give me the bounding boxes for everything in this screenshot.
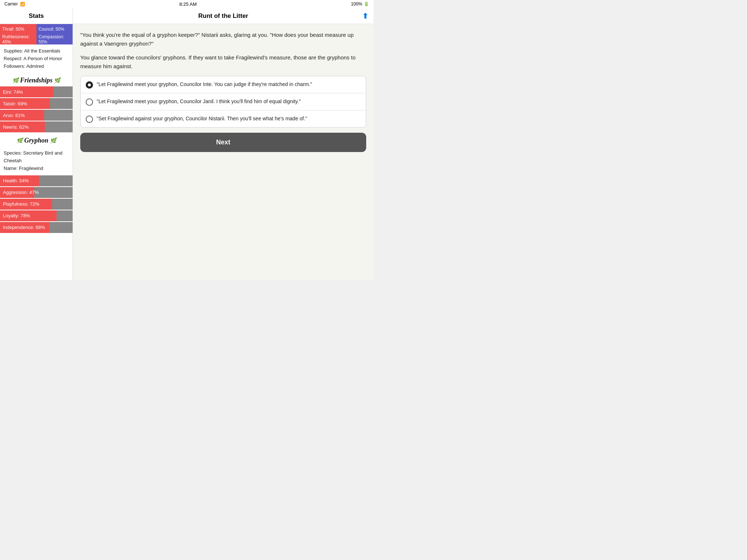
playfulness-fill: Playfulness: 72% bbox=[0, 199, 52, 210]
wifi-icon: 📶 bbox=[20, 2, 25, 7]
compassion-label: Compassion: 55% bbox=[39, 34, 71, 44]
arvo-bar: Arvo: 61% bbox=[0, 110, 73, 121]
status-bar-time: 8:25 AM bbox=[179, 1, 197, 7]
main-layout: Thrall: 50% Council: 50% Ruthlessness: 4… bbox=[0, 24, 374, 280]
ruthlessness-bar: Ruthlessness: 45% bbox=[0, 34, 36, 44]
council-label: Council: 50% bbox=[39, 27, 65, 32]
choices-container: "Let Fragilewind meet your gryphon, Coun… bbox=[80, 76, 366, 128]
choice-item-2[interactable]: "Let Fragilewind meet your gryphon, Coun… bbox=[81, 93, 366, 110]
choice-text-2: "Let Fragilewind meet your gryphon, Coun… bbox=[97, 98, 301, 105]
story-paragraph-1: "You think you're the equal of a gryphon… bbox=[80, 31, 366, 48]
neeris-fill: Neeris: 62% bbox=[0, 121, 45, 132]
status-bar-left: Carrier 📶 bbox=[4, 1, 25, 7]
battery-icon: 🔋 bbox=[364, 1, 369, 7]
aggression-label: Aggression: 47% bbox=[3, 190, 39, 195]
radio-choice-3[interactable] bbox=[86, 116, 93, 123]
header-bar: Stats Runt of the Litter ⬆ bbox=[0, 8, 374, 24]
friendships-label: Friendships bbox=[20, 77, 53, 84]
leaf-left-icon: 🌿 bbox=[12, 77, 19, 83]
health-label: Health: 54% bbox=[3, 178, 29, 183]
playfulness-label: Playfulness: 72% bbox=[3, 201, 39, 207]
radio-choice-2[interactable] bbox=[86, 98, 93, 106]
aggression-fill: Aggression: 47% bbox=[0, 187, 34, 198]
stats-panel-header: Stats bbox=[0, 8, 73, 24]
choice-item-3[interactable]: "Set Fragilewind against your gryphon, C… bbox=[81, 110, 366, 127]
loyalty-bar: Loyalty: 78% bbox=[0, 210, 73, 221]
thrall-label: Thrall: 50% bbox=[2, 27, 24, 32]
gryphon-leaf-left-icon: 🌿 bbox=[16, 137, 23, 144]
stats-header-label: Stats bbox=[29, 12, 44, 20]
council-bar: Council: 50% bbox=[36, 24, 73, 34]
page-title: Runt of the Litter ⬆ bbox=[73, 8, 374, 24]
loyalty-label: Loyalty: 78% bbox=[3, 213, 30, 218]
taisiir-bar: Taisiir: 69% bbox=[0, 98, 73, 109]
gryphon-leaf-right-icon: 🌿 bbox=[50, 137, 56, 144]
choice-item-1[interactable]: "Let Fragilewind meet your gryphon, Coun… bbox=[81, 76, 366, 93]
gryphon-heading: 🌿 Gryphon 🌿 bbox=[0, 133, 73, 147]
gryphon-bars: Health: 54% Aggression: 47% Playfulness:… bbox=[0, 175, 73, 233]
stats-panel: Thrall: 50% Council: 50% Ruthlessness: 4… bbox=[0, 24, 73, 280]
compassion-bar: Compassion: 55% bbox=[36, 34, 73, 44]
friendships-heading: 🌿 Friendships 🌿 bbox=[0, 73, 73, 86]
loyalty-fill: Loyalty: 78% bbox=[0, 210, 57, 221]
ruthlessness-label: Ruthlessness: 45% bbox=[2, 34, 34, 44]
independence-label: Independence: 68% bbox=[3, 225, 45, 230]
text-stats: Supplies: All the Essentials Respect: A … bbox=[0, 44, 73, 73]
neeris-bar: Neeris: 62% bbox=[0, 121, 73, 132]
title-label: Runt of the Litter bbox=[198, 12, 248, 20]
carrier-label: Carrier bbox=[4, 1, 18, 7]
playfulness-bar: Playfulness: 72% bbox=[0, 199, 73, 210]
status-bar: Carrier 📶 8:25 AM 100% 🔋 bbox=[0, 0, 374, 8]
battery-label: 100% bbox=[351, 1, 362, 7]
gryphon-label: Gryphon bbox=[24, 137, 48, 144]
gryphon-text-stats: Species: Secretary Bird and Cheetah Name… bbox=[0, 147, 73, 175]
followers-stat: Followers: Admired bbox=[4, 63, 69, 70]
health-fill: Health: 54% bbox=[0, 175, 39, 186]
status-bar-right: 100% 🔋 bbox=[351, 1, 369, 7]
aggression-bar: Aggression: 47% bbox=[0, 187, 73, 198]
next-button[interactable]: Next bbox=[80, 133, 366, 152]
eini-bar: Eini: 74% bbox=[0, 86, 73, 97]
leaf-right-icon: 🌿 bbox=[54, 77, 60, 83]
arvo-label: Arvo: 61% bbox=[3, 113, 25, 118]
taisiir-fill: Taisiir: 69% bbox=[0, 98, 50, 109]
independence-fill: Independence: 68% bbox=[0, 222, 49, 233]
health-bar: Health: 54% bbox=[0, 175, 73, 186]
respect-stat: Respect: A Person of Honor bbox=[4, 55, 69, 63]
taisiir-label: Taisiir: 69% bbox=[3, 101, 27, 106]
ruthlessness-compassion-bar: Ruthlessness: 45% Compassion: 55% bbox=[0, 34, 73, 44]
thrall-bar: Thrall: 50% bbox=[0, 24, 36, 34]
share-button[interactable]: ⬆ bbox=[362, 12, 368, 20]
independence-bar: Independence: 68% bbox=[0, 222, 73, 233]
supplies-stat: Supplies: All the Essentials bbox=[4, 47, 69, 55]
choice-text-3: "Set Fragilewind against your gryphon, C… bbox=[97, 115, 307, 122]
eini-fill: Eini: 74% bbox=[0, 86, 54, 97]
gryphon-name-stat: Name: Fragilewind bbox=[4, 165, 69, 172]
eini-label: Eini: 74% bbox=[3, 89, 23, 95]
neeris-label: Neeris: 62% bbox=[3, 124, 29, 130]
arvo-fill: Arvo: 61% bbox=[0, 110, 44, 121]
content-panel: "You think you're the equal of a gryphon… bbox=[73, 24, 374, 280]
gryphon-species-stat: Species: Secretary Bird and Cheetah bbox=[4, 149, 69, 165]
choice-text-1: "Let Fragilewind meet your gryphon, Coun… bbox=[97, 81, 312, 88]
radio-choice-1[interactable] bbox=[86, 81, 93, 89]
story-paragraph-2: You glance toward the councilors' grypho… bbox=[80, 53, 366, 71]
friendship-bars: Eini: 74% Taisiir: 69% Arvo: 61% Neeris:… bbox=[0, 86, 73, 132]
thrall-council-bar: Thrall: 50% Council: 50% bbox=[0, 24, 73, 34]
